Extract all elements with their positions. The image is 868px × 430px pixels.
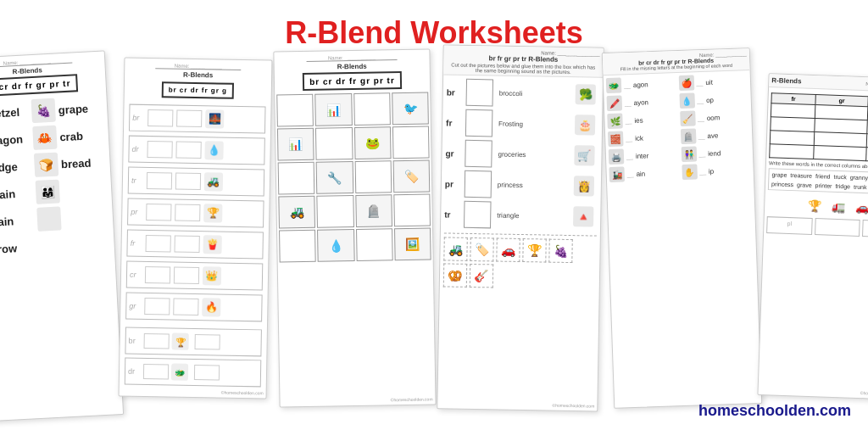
extra2-icon [36, 206, 60, 231]
word-label-crab: crab [58, 129, 82, 142]
fill-word-drop: op [705, 96, 713, 103]
word-extra2 [36, 204, 108, 231]
card1-col1: 🥨 pretzel 🐲 dragon 🧊 fridge 🧠 [0, 99, 36, 265]
crab-icon: 🦀 [31, 125, 56, 149]
fill-row-friend: 👫 __ iend [681, 144, 750, 162]
card6-icon-2: 🚛 [827, 195, 849, 216]
fill-blank-fruit: __ [696, 79, 703, 85]
name-line-2: Name: ___________ [155, 63, 241, 70]
cut-box-tr-1 [463, 200, 491, 228]
blend-gr: gr 🔥 [125, 292, 263, 321]
word-label-train: train [0, 214, 14, 227]
fill-word-dragon: agon [632, 80, 648, 88]
sort-cell-fr-2 [770, 116, 815, 131]
card2-more-rows: br 🏆 dr 🐲 [122, 325, 263, 390]
sort-row-4 [769, 143, 868, 162]
grid-box-20: 🖼️ [393, 227, 431, 260]
grid-box-4: 🐦 [391, 92, 428, 125]
sort-cell-gr-1 [815, 104, 868, 120]
card6-icon-3: 🚗 [851, 196, 868, 217]
card6-title: R-Blends [771, 76, 801, 85]
fill-blank-drop: __ [697, 97, 704, 103]
cut-img-2: 🏷️ [470, 237, 493, 260]
grid-box-1 [276, 93, 314, 126]
grid-box-3 [353, 92, 390, 126]
bread-icon: 🍞 [33, 152, 58, 176]
triangle-icon: 🔺 [573, 206, 593, 226]
word-crab: 🦀 crab [31, 122, 103, 149]
fill-blank-grave: __ [698, 132, 704, 138]
page-title: R-Blend Worksheets [285, 15, 582, 51]
fill-blank-printer: __ [626, 153, 632, 159]
word-brain: 🧠 brain [0, 181, 32, 208]
blend-label-fr: fr [446, 117, 463, 126]
fill-row-train-fill: 🚂 __ ain [609, 165, 678, 182]
card3-blends: br cr dr fr gr pr tr [303, 71, 402, 91]
wb-princess: princess [771, 181, 793, 187]
sort-cell-gr-2 [814, 118, 867, 133]
fill-row-printer: 🖨️ __ inter [608, 147, 677, 165]
card1-two-col: 🥨 pretzel 🐲 dragon 🧊 fridge 🧠 [0, 95, 109, 265]
card5-body: 🐲 __ agon 🖍️ __ ayon 🌿 __ ies [603, 70, 754, 187]
fill-row-crayon: 🖍️ __ ayon [606, 93, 676, 111]
word-fridge: 🧊 fridge [0, 154, 31, 181]
fill-row-drop: 💧 __ op [678, 91, 748, 109]
fill-icon-brick: 🧱 [607, 131, 623, 147]
card6-body: fr gr tr [763, 87, 868, 241]
card1-word-list: 🥨 pretzel 🐲 dragon 🧊 fridge 🧠 [0, 92, 114, 269]
grid-box-7: 🐸 [353, 126, 391, 159]
cut-img-4: 🏆 [522, 238, 546, 262]
grid-box-15: 🪦 [354, 194, 392, 227]
fill-blank-dragon: __ [623, 81, 630, 87]
word-bread: 🍞 bread [33, 149, 105, 176]
blend-label-tr: tr [444, 209, 461, 218]
fill-blank-grip: __ [699, 168, 706, 174]
card5-col-right: 🍎 __ uit 💧 __ op 🧹 __ oom [678, 73, 751, 182]
word-grape: 🍇 grape [31, 95, 103, 122]
wb-treasure: treasure [790, 172, 812, 179]
card5-col-left: 🐲 __ agon 🖍️ __ ayon 🌿 __ ies [605, 75, 678, 185]
word-crow: 🐦 crow [0, 235, 35, 262]
fill-row-broom: 🧹 __ oom [679, 109, 748, 126]
wb-friend: friend [815, 173, 830, 180]
blend-cr: cr 👑 [125, 260, 263, 290]
card3-grid: 📊 🐦 📊 🐸 🔧 🏷️ 🚜 🪦 💧 [275, 90, 432, 264]
cut-images-grid: 🚜 🏷️ 🚗 🏆 🍇 🥨 🎸 [442, 237, 596, 289]
fill-blank-train: __ [626, 170, 633, 176]
blend-row2-dr: dr 🐲 [124, 357, 261, 387]
blend-tr: tr 🚜 [127, 166, 264, 196]
fill-icon-dries: 🌿 [607, 113, 623, 129]
wb-trunk: trunk [853, 183, 866, 190]
fill-icon-broom: 🧹 [679, 110, 695, 126]
wb-grave: grave [797, 181, 812, 188]
wb-fridge: fridge [835, 182, 850, 189]
word-broccoli: broccoli [495, 88, 572, 98]
cut-box-pr-1 [464, 170, 492, 198]
word-dragon: 🐲 dragon [0, 126, 30, 154]
fill-blank-brick: __ [626, 135, 632, 141]
word-groceries: groceries [494, 149, 571, 159]
worksheet-card-3: Name: ___________ R-Blends br cr dr fr g… [273, 48, 436, 407]
worksheets-grid: Name: ___________ R-Blends br cr dr fr g… [8, 8, 860, 422]
fill-word-dries: ies [634, 116, 643, 124]
worksheet-card-1: Name: ___________ R-Blends br cr dr fr g… [0, 50, 124, 422]
fill-row-dragon: 🐲 __ agon [605, 75, 675, 93]
fill-row-brick: 🧱 __ ick [607, 129, 676, 147]
grid-box-11 [354, 160, 392, 193]
wb-grape: grape [771, 171, 787, 178]
sort-cell-fr-3 [770, 130, 815, 145]
frosting-icon: 🎂 [574, 114, 594, 135]
fill-icon-friend: 👫 [681, 146, 697, 162]
fill-icon-crayon: 🖍️ [606, 95, 622, 111]
worksheet-card-4: Name: _______________ br fr gr pr tr R-B… [437, 44, 604, 411]
word-pretzel: 🥨 pretzel [0, 99, 28, 126]
word-triangle: triangle [493, 210, 570, 220]
worksheet-card-5: Name: ___________ br cr dr fr gr pr tr R… [601, 47, 762, 409]
card4-footer: ©homeschoolden.com [552, 402, 594, 408]
grid-box-16 [393, 193, 431, 226]
fill-icon-printer: 🖨️ [608, 148, 624, 165]
card3-header: Name: ___________ R-Blends br cr dr fr g… [274, 49, 430, 92]
cut-paste-br: br broccoli 🥦 [446, 78, 599, 108]
cut-images-section: 🚜 🏷️ 🚗 🏆 🍇 🥨 🎸 [442, 232, 596, 289]
card6-extra-cols: pl [766, 216, 868, 238]
